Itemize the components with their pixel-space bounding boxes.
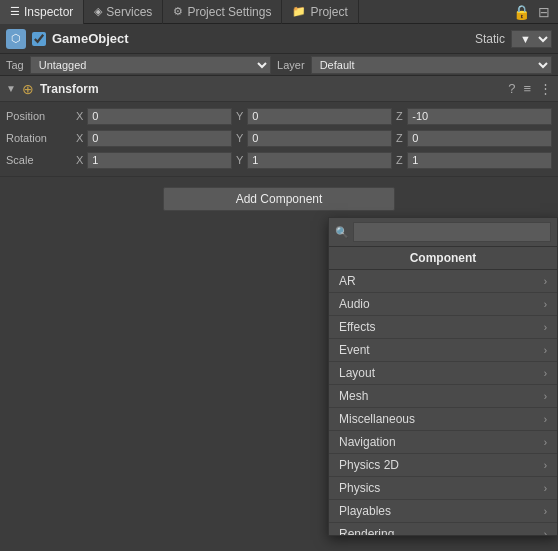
tab-project[interactable]: 📁 Project xyxy=(282,0,358,24)
scale-z-label: Z xyxy=(396,154,405,166)
transform-collapse-arrow[interactable]: ▼ xyxy=(6,83,16,94)
tab-project-settings[interactable]: ⚙ Project Settings xyxy=(163,0,282,24)
rotation-y-input[interactable] xyxy=(247,130,392,147)
position-z-field: Z xyxy=(396,108,552,125)
component-item-playables[interactable]: Playables› xyxy=(329,500,557,523)
scale-row: Scale X Y Z xyxy=(6,150,552,170)
component-item-layout[interactable]: Layout› xyxy=(329,362,557,385)
transform-component-icon: ⊕ xyxy=(20,81,36,97)
gameobject-name[interactable]: GameObject xyxy=(52,31,469,46)
component-item-miscellaneous[interactable]: Miscellaneous› xyxy=(329,408,557,431)
scale-y-input[interactable] xyxy=(247,152,392,169)
rotation-x-label: X xyxy=(76,132,85,144)
component-item-effects[interactable]: Effects› xyxy=(329,316,557,339)
tab-project-label: Project xyxy=(310,5,347,19)
position-x-input[interactable] xyxy=(87,108,232,125)
component-panel-wrapper: 🔍 Component AR›Audio›Effects›Event›Layou… xyxy=(0,217,558,546)
tab-inspector-label: Inspector xyxy=(24,5,73,19)
component-item-mesh[interactable]: Mesh› xyxy=(329,385,557,408)
component-item-label-layout: Layout xyxy=(339,366,544,380)
component-item-event[interactable]: Event› xyxy=(329,339,557,362)
rotation-y-field: Y xyxy=(236,130,392,147)
component-item-label-rendering: Rendering xyxy=(339,527,544,535)
component-item-label-playables: Playables xyxy=(339,504,544,518)
gameobject-header: ⬡ GameObject Static ▼ xyxy=(0,24,558,54)
component-item-chevron-audio: › xyxy=(544,299,547,310)
component-item-chevron-physics2d: › xyxy=(544,460,547,471)
component-item-physics2d[interactable]: Physics 2D› xyxy=(329,454,557,477)
settings-icon: ⚙ xyxy=(173,5,183,18)
services-icon: ◈ xyxy=(94,5,102,18)
component-item-rendering[interactable]: Rendering› xyxy=(329,523,557,535)
scale-x-input[interactable] xyxy=(87,152,232,169)
tab-services-label: Services xyxy=(106,5,152,19)
scale-xyz-group: X Y Z xyxy=(76,152,552,169)
component-item-label-physics2d: Physics 2D xyxy=(339,458,544,472)
component-item-chevron-playables: › xyxy=(544,506,547,517)
add-component-section: Add Component xyxy=(0,177,558,217)
rotation-x-field: X xyxy=(76,130,232,147)
tag-label: Tag xyxy=(6,59,24,71)
component-item-label-miscellaneous: Miscellaneous xyxy=(339,412,544,426)
rotation-x-input[interactable] xyxy=(87,130,232,147)
scale-x-field: X xyxy=(76,152,232,169)
position-x-label: X xyxy=(76,110,85,122)
transform-settings-button[interactable]: ≡ xyxy=(523,81,531,96)
component-list: AR›Audio›Effects›Event›Layout›Mesh›Misce… xyxy=(329,270,557,535)
transform-header: ▼ ⊕ Transform ? ≡ ⋮ xyxy=(0,76,558,102)
rotation-row: Rotation X Y Z xyxy=(6,128,552,148)
transform-menu-button[interactable]: ⋮ xyxy=(539,81,552,96)
static-label: Static xyxy=(475,32,505,46)
lock-button[interactable]: 🔒 xyxy=(509,4,534,20)
component-item-label-audio: Audio xyxy=(339,297,544,311)
scale-label: Scale xyxy=(6,154,76,166)
search-icon: 🔍 xyxy=(335,226,349,239)
rotation-z-label: Z xyxy=(396,132,405,144)
rotation-z-field: Z xyxy=(396,130,552,147)
scale-x-label: X xyxy=(76,154,85,166)
tab-inspector[interactable]: ☰ Inspector xyxy=(0,0,84,24)
static-dropdown[interactable]: ▼ xyxy=(511,30,552,48)
component-item-label-ar: AR xyxy=(339,274,544,288)
inspector-icon: ☰ xyxy=(10,5,20,18)
position-y-label: Y xyxy=(236,110,245,122)
component-item-chevron-ar: › xyxy=(544,276,547,287)
position-x-field: X xyxy=(76,108,232,125)
gameobject-enabled-checkbox[interactable] xyxy=(32,32,46,46)
tag-layer-row: Tag Untagged Layer Default xyxy=(0,54,558,76)
component-item-label-mesh: Mesh xyxy=(339,389,544,403)
maximize-button[interactable]: ⊟ xyxy=(534,4,554,20)
tag-select[interactable]: Untagged xyxy=(30,56,271,74)
component-panel-header: Component xyxy=(329,247,557,270)
component-search-row: 🔍 xyxy=(329,218,557,247)
component-item-physics[interactable]: Physics› xyxy=(329,477,557,500)
gameobject-icon: ⬡ xyxy=(6,29,26,49)
layer-select[interactable]: Default xyxy=(311,56,552,74)
component-item-chevron-layout: › xyxy=(544,368,547,379)
project-icon: 📁 xyxy=(292,5,306,18)
position-y-input[interactable] xyxy=(247,108,392,125)
position-row: Position X Y Z xyxy=(6,106,552,126)
tab-services[interactable]: ◈ Services xyxy=(84,0,163,24)
transform-help-button[interactable]: ? xyxy=(508,81,515,96)
add-component-button[interactable]: Add Component xyxy=(163,187,395,211)
component-item-chevron-miscellaneous: › xyxy=(544,414,547,425)
rotation-z-input[interactable] xyxy=(407,130,552,147)
component-item-audio[interactable]: Audio› xyxy=(329,293,557,316)
scale-z-input[interactable] xyxy=(407,152,552,169)
position-y-field: Y xyxy=(236,108,392,125)
component-item-chevron-navigation: › xyxy=(544,437,547,448)
component-item-ar[interactable]: AR› xyxy=(329,270,557,293)
rotation-label: Rotation xyxy=(6,132,76,144)
position-z-input[interactable] xyxy=(407,108,552,125)
transform-fields: Position X Y Z Rotation X Y xyxy=(0,102,558,177)
component-item-navigation[interactable]: Navigation› xyxy=(329,431,557,454)
rotation-xyz-group: X Y Z xyxy=(76,130,552,147)
scale-y-field: Y xyxy=(236,152,392,169)
component-item-chevron-physics: › xyxy=(544,483,547,494)
component-search-input[interactable] xyxy=(353,222,551,242)
tab-bar-controls: 🔒 ⊟ xyxy=(509,4,558,20)
tab-project-settings-label: Project Settings xyxy=(187,5,271,19)
scale-y-label: Y xyxy=(236,154,245,166)
tab-bar: ☰ Inspector ◈ Services ⚙ Project Setting… xyxy=(0,0,558,24)
